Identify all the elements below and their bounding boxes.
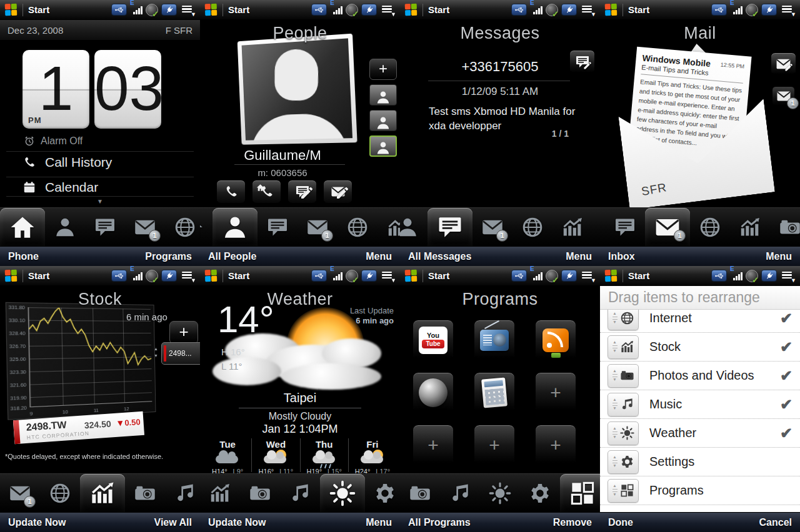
windows-start-icon[interactable]: [605, 269, 618, 282]
shortcut-calendar[interactable]: Calendar: [22, 180, 98, 195]
program-tile-calculator[interactable]: [474, 372, 515, 413]
drag-handle[interactable]: ▲▼: [608, 421, 639, 445]
windows-start-icon[interactable]: [405, 3, 418, 16]
tab-people[interactable]: [212, 208, 258, 246]
tab-music[interactable]: [440, 474, 480, 512]
tab-home[interactable]: [200, 208, 212, 246]
check-icon[interactable]: ✔: [780, 425, 792, 442]
contact-photo-frame[interactable]: [238, 34, 358, 145]
tab-internet[interactable]: [165, 208, 200, 246]
quick-menu-icon[interactable]: ▼: [182, 270, 195, 281]
tab-mail[interactable]: 1: [125, 208, 165, 246]
windows-start-icon[interactable]: [5, 3, 18, 16]
tab-photos[interactable]: [770, 208, 800, 246]
shortcut-call-history[interactable]: Call History: [22, 155, 112, 170]
check-icon[interactable]: ✔: [780, 338, 792, 356]
quick-menu-icon[interactable]: ▼: [782, 270, 795, 281]
program-tile-empty[interactable]: +: [474, 425, 515, 465]
tab-people[interactable]: [400, 208, 428, 246]
program-tile-teeter[interactable]: [412, 372, 454, 413]
quick-menu-icon[interactable]: ▼: [582, 270, 595, 281]
softkey-left[interactable]: Inbox: [608, 251, 635, 262]
forecast-day[interactable]: Wed H16°L11°: [251, 438, 299, 472]
send-sms-button[interactable]: [288, 180, 317, 204]
list-item-music[interactable]: ▲▼ Music ✔: [600, 390, 800, 419]
compose-email-button[interactable]: [771, 52, 796, 75]
softkey-right[interactable]: Cancel: [759, 517, 792, 528]
softkey-left[interactable]: All Messages: [408, 251, 471, 262]
drag-handle[interactable]: ▲▼: [608, 307, 639, 330]
softkey-right[interactable]: View All: [154, 517, 192, 528]
flip-clock-hour[interactable]: 1PM: [22, 50, 89, 129]
tab-messages[interactable]: [428, 208, 472, 246]
tab-messages[interactable]: [85, 208, 125, 246]
start-menu-label[interactable]: Start: [28, 270, 49, 281]
call-button[interactable]: [216, 180, 246, 204]
tab-weather[interactable]: [320, 474, 365, 512]
check-icon[interactable]: ✔: [780, 310, 792, 327]
tab-internet[interactable]: [40, 474, 80, 512]
program-tile-fm-radio[interactable]: [474, 320, 515, 360]
start-menu-label[interactable]: Start: [428, 270, 449, 281]
forecast-day[interactable]: Fri H24°L17°: [348, 438, 396, 472]
quick-menu-icon[interactable]: ▼: [182, 4, 195, 15]
windows-start-icon[interactable]: [5, 269, 18, 282]
tab-photos[interactable]: [125, 474, 165, 512]
list-item-photos[interactable]: ▲▼ Photos and Videos ✔: [600, 362, 800, 390]
quick-menu-icon[interactable]: ▼: [382, 4, 395, 15]
tab-people[interactable]: [600, 208, 605, 246]
list-item-settings[interactable]: ▲▼ Settings: [600, 448, 800, 476]
program-tile-empty[interactable]: +: [412, 425, 454, 465]
list-item-programs[interactable]: ▲▼ Programs: [600, 476, 800, 505]
scroll-arrows-icon[interactable]: ▲▼: [154, 345, 158, 359]
tab-internet[interactable]: [512, 208, 552, 246]
compose-sms-button[interactable]: [569, 50, 595, 73]
contact-thumbnail-selected[interactable]: ▲▼: [369, 135, 397, 157]
date-label[interactable]: Dec 23, 2008: [8, 25, 63, 36]
watchlist-item[interactable]: ▲▼ 2498...: [161, 342, 200, 365]
tab-messages[interactable]: [258, 208, 298, 246]
start-menu-label[interactable]: Start: [428, 4, 449, 15]
program-tile-empty[interactable]: +: [535, 372, 576, 413]
start-menu-label[interactable]: Start: [28, 4, 49, 15]
tab-people[interactable]: [45, 208, 85, 246]
windows-start-icon[interactable]: [605, 3, 618, 16]
envelope-preview[interactable]: Windows Mobile 12:55 PM E-mail Tips and …: [620, 44, 772, 205]
list-item-stock[interactable]: ▲▼ Stock ✔: [600, 333, 800, 362]
drag-handle[interactable]: ▲▼: [608, 393, 639, 416]
add-contact-button[interactable]: +: [369, 59, 397, 80]
send-email-button[interactable]: [323, 180, 352, 204]
start-menu-label[interactable]: Start: [228, 270, 249, 281]
softkey-right[interactable]: Menu: [366, 517, 392, 528]
tab-mail[interactable]: 1: [472, 208, 512, 246]
quick-menu-icon[interactable]: ▼: [582, 4, 595, 15]
softkey-left[interactable]: Update Now: [208, 517, 266, 528]
forecast-day[interactable]: Tue H14°L9°: [204, 438, 251, 472]
program-tile-empty[interactable]: +: [535, 425, 576, 465]
tab-internet[interactable]: [338, 208, 378, 246]
softkey-left[interactable]: Phone: [8, 251, 39, 262]
softkey-left[interactable]: Done: [608, 517, 633, 528]
softkey-right[interactable]: Menu: [366, 251, 392, 262]
tab-photos[interactable]: [240, 474, 280, 512]
start-menu-label[interactable]: Start: [228, 4, 249, 15]
tab-photos[interactable]: [400, 474, 440, 512]
drag-handle[interactable]: ▲▼: [608, 450, 639, 474]
tab-mail[interactable]: 1: [0, 474, 40, 512]
tab-programs[interactable]: [560, 474, 600, 512]
tab-stock[interactable]: [80, 474, 125, 512]
list-item-weather[interactable]: ▲▼ Weather ✔: [600, 419, 800, 448]
add-stock-button[interactable]: +: [169, 321, 198, 344]
quick-menu-icon[interactable]: ▼: [382, 270, 395, 281]
drag-handle[interactable]: ▲▼: [608, 479, 639, 503]
tab-settings[interactable]: [520, 474, 560, 512]
tab-weather[interactable]: [480, 474, 520, 512]
start-menu-label[interactable]: Start: [628, 4, 649, 15]
softkey-right[interactable]: Menu: [766, 251, 792, 262]
tab-stock[interactable]: [730, 208, 770, 246]
tab-mail[interactable]: 1: [645, 208, 690, 246]
quick-menu-icon[interactable]: ▼: [782, 4, 795, 15]
forecast-day[interactable]: Thu H19°L15°: [300, 438, 348, 472]
call-home-button[interactable]: [252, 180, 281, 204]
softkey-left[interactable]: All People: [208, 251, 256, 262]
